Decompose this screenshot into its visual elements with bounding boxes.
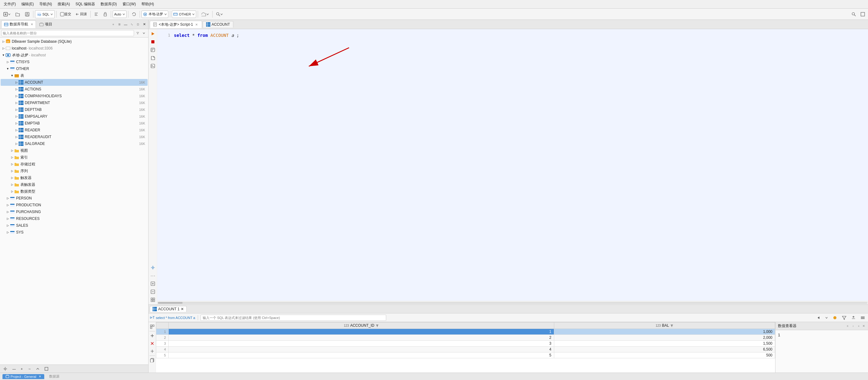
results-export-btn[interactable] <box>849 314 858 322</box>
script-btn[interactable] <box>150 55 156 61</box>
cell-account-id-1[interactable]: 1 <box>169 329 554 335</box>
expand-READER[interactable]: ▷ <box>14 128 19 132</box>
results-color-btn[interactable] <box>831 314 839 322</box>
col-header-account-id[interactable]: 123 ACCOUNT_ID <box>169 322 554 329</box>
expand-COMPANYHOLIDAYS[interactable]: ▷ <box>14 94 19 98</box>
format-btn[interactable] <box>92 10 100 18</box>
expand-localhost[interactable]: ▷ <box>1 46 6 51</box>
menu-file[interactable]: 文件(F) <box>1 1 18 7</box>
value-viewer-save-btn[interactable] <box>845 324 850 329</box>
lock-btn[interactable] <box>101 10 109 18</box>
results-move-btn[interactable] <box>149 348 156 355</box>
tree-item-ACTIONS[interactable]: ▷ ACTIONS 16K <box>1 86 148 93</box>
expand-tables[interactable]: ▼ <box>10 74 14 78</box>
cell-account-id-4[interactable]: 4 <box>169 347 554 352</box>
expand-datatypes[interactable]: ▷ <box>10 189 14 194</box>
expand-dbeaver[interactable]: ▷ <box>1 39 6 44</box>
tree-item-indexes[interactable]: ▷ 索引 <box>1 154 148 161</box>
more-side-btn[interactable]: ⋯ <box>150 272 156 279</box>
expand-trig2[interactable]: ▷ <box>10 182 14 187</box>
cell-account-id-3[interactable]: 3 <box>169 341 554 347</box>
bottom-settings-btn[interactable] <box>1 365 9 373</box>
expand-PURCHASING[interactable]: ▷ <box>6 210 10 214</box>
expand-triggers[interactable]: ▷ <box>10 176 14 180</box>
tree-item-trig2[interactable]: ▷ 表触发器 <box>1 181 148 188</box>
results-tab-close[interactable]: ✕ <box>181 307 184 311</box>
statusbar-project-tab[interactable]: Project - General ✕ <box>2 374 44 379</box>
expand-EMPTAB[interactable]: ▷ <box>14 121 19 125</box>
table-row-5[interactable]: 5 5 500 <box>156 352 775 358</box>
results-nav-left[interactable] <box>815 314 822 322</box>
tab-account[interactable]: ACCOUNT <box>203 21 233 28</box>
tree-item-PRODUCTION[interactable]: ▷ PRODUCTION <box>1 202 148 208</box>
table-row-3[interactable]: 3 3 1,500 <box>156 341 775 347</box>
tree-item-ctisys[interactable]: ▷ CTISYS <box>1 59 148 65</box>
panel-layout-btn[interactable] <box>117 22 122 27</box>
global-search-btn[interactable] <box>850 10 858 18</box>
expand-SYS[interactable]: ▷ <box>6 230 10 234</box>
search-toolbar-btn[interactable] <box>214 10 225 18</box>
save-btn[interactable] <box>23 10 32 18</box>
tab-db-nav-close[interactable]: ✕ <box>31 23 33 26</box>
settings-side-btn[interactable] <box>150 264 156 271</box>
value-viewer-settings-btn[interactable] <box>856 324 861 329</box>
expand-DEPARTMENT[interactable]: ▷ <box>14 101 19 105</box>
search-input[interactable] <box>3 31 132 35</box>
cell-bal-4[interactable]: 6,500 <box>554 347 775 352</box>
bottom-minus-btn[interactable]: — <box>10 365 18 373</box>
cell-bal-5[interactable]: 500 <box>554 352 775 358</box>
tree-item-procs[interactable]: ▷ 存储过程 <box>1 161 148 168</box>
tree-item-datatypes[interactable]: ▷ 数据类型 <box>1 188 148 195</box>
filter-btn[interactable] <box>134 30 141 36</box>
tree-item-ACCOUNT[interactable]: ▷ ACCOUNT 16K <box>1 79 148 86</box>
results-grid-btn[interactable] <box>149 323 156 330</box>
tab-script1-close[interactable]: ✕ <box>194 22 199 27</box>
results-tab-account1[interactable]: ACCOUNT 1 ✕ <box>150 306 187 312</box>
menu-edit[interactable]: 编辑(E) <box>19 1 36 7</box>
results-nav-dropdown[interactable] <box>824 314 830 322</box>
tab-project[interactable]: 项目 <box>36 21 55 28</box>
value-viewer-export-btn[interactable] <box>851 324 856 329</box>
expand-SALGRADE[interactable]: ▷ <box>14 142 19 146</box>
new-btn[interactable] <box>1 10 12 18</box>
tree-item-EMPTAB[interactable]: ▷ EMPTAB 16K <box>1 120 148 127</box>
results-add-row-btn[interactable] <box>149 332 156 339</box>
col-header-bal[interactable]: 123 BAL <box>554 322 775 329</box>
sql-editor[interactable]: 1 select * from ACCOUNT a ; <box>157 29 868 301</box>
tree-item-DEPARTMENT[interactable]: ▷ DEPARTMENT 16K <box>1 99 148 106</box>
menu-search[interactable]: 搜索(A) <box>55 1 72 7</box>
tree-item-other[interactable]: ▼ OTHER <box>1 65 148 72</box>
tree-item-dbeaver[interactable]: ▷ DB DBeaver Sample Database (SQLite) <box>1 38 148 45</box>
submit-btn[interactable]: 提交 <box>58 10 73 18</box>
bottom-right-btn[interactable]: → <box>26 365 33 373</box>
expand-views[interactable]: ▷ <box>10 148 14 153</box>
explain-btn[interactable] <box>150 47 156 53</box>
bottom-plus-btn[interactable]: + <box>19 365 25 373</box>
menu-sql-editor[interactable]: SQL 编辑器 <box>73 1 97 7</box>
expand-PRODUCTION[interactable]: ▷ <box>6 203 10 207</box>
cloud-btn[interactable] <box>199 10 211 18</box>
expand-ctisys[interactable]: ▷ <box>6 60 10 64</box>
terminal-btn[interactable] <box>150 63 156 69</box>
schema-dropdown[interactable]: OTHER <box>172 10 196 18</box>
menu-help[interactable]: 帮助(H) <box>139 1 157 7</box>
results-filter-input[interactable] <box>200 315 386 321</box>
col-filter-account-id[interactable] <box>376 324 379 327</box>
tree-item-READERAUDIT[interactable]: ▷ READERAUDIT 16K <box>1 134 148 140</box>
sql-dropdown-btn[interactable]: SQL SQL <box>35 10 55 18</box>
cell-bal-2[interactable]: 2,000 <box>554 335 775 341</box>
tree-item-PERSON[interactable]: ▷ PERSON <box>1 195 148 202</box>
results-delete-row-btn[interactable] <box>149 340 156 347</box>
panel-max-btn[interactable] <box>135 22 141 27</box>
tree-item-sequences[interactable]: ▷ 序列 <box>1 168 148 174</box>
tree-item-triggers[interactable]: ▷ 触发器 <box>1 174 148 181</box>
rollback-btn[interactable]: 回滚 <box>74 10 89 18</box>
cell-bal-1[interactable]: 1,000 <box>554 329 775 335</box>
tree-item-DEPTTAB[interactable]: ▷ DEPTTAB 16K <box>1 106 148 113</box>
expand-local-dm[interactable]: ▼ <box>1 53 6 57</box>
tree-item-tables[interactable]: ▼ 表 <box>1 72 148 79</box>
menu-window[interactable]: 窗口(W) <box>120 1 138 7</box>
open-btn[interactable] <box>13 10 22 18</box>
cell-bal-3[interactable]: 1,500 <box>554 341 775 347</box>
panel-minus-btn[interactable]: — <box>123 22 128 27</box>
